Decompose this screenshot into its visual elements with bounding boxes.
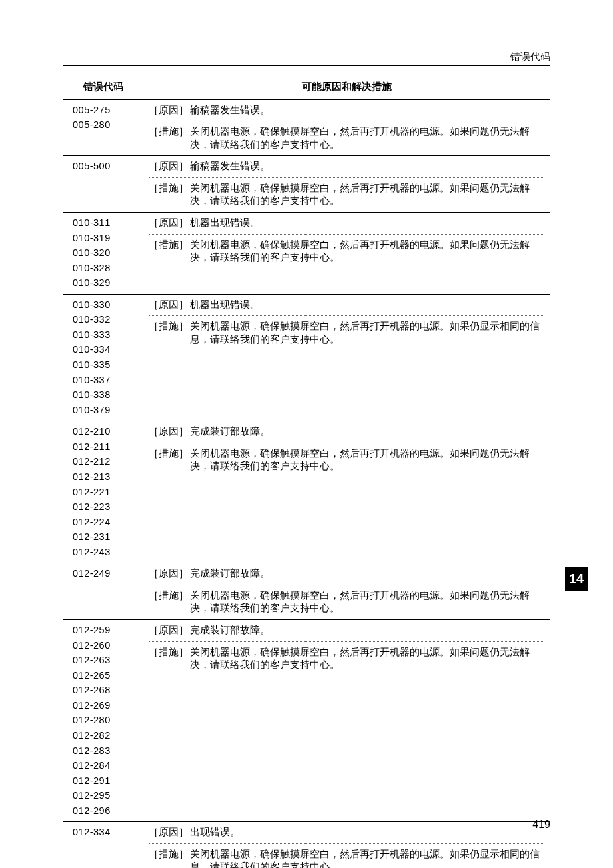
- error-code-value: 012-334: [73, 826, 143, 839]
- table-row: 012-334［原因］出现错误。［措施］关闭机器电源，确保触摸屏空白，然后再打开…: [63, 822, 550, 868]
- error-code-value: 012-295: [73, 789, 143, 803]
- error-code-value: 012-243: [73, 546, 143, 559]
- cause-action-cell: ［原因］机器出现错误。［措施］关闭机器电源，确保触摸屏空白，然后再打开机器的电源…: [143, 294, 550, 421]
- entry-divider: [149, 234, 543, 235]
- cause-entry: ［原因］输稿器发生错误。: [149, 104, 543, 117]
- action-label: ［措施］: [149, 646, 190, 672]
- entry-divider: [149, 121, 543, 121]
- error-code-cell: 010-311010-319010-320010-328010-329: [63, 212, 143, 294]
- action-text: 关闭机器电源，确保触摸屏空白，然后再打开机器的电源。如果问题仍无法解决，请联络我…: [190, 589, 543, 615]
- error-code-value: 010-319: [73, 232, 143, 245]
- action-text: 关闭机器电源，确保触摸屏空白，然后再打开机器的电源。如果仍显示相同的信息，请联络…: [190, 320, 543, 346]
- table-row: 010-311010-319010-320010-328010-329［原因］机…: [63, 212, 550, 294]
- cause-label: ［原因］: [149, 567, 190, 581]
- action-label: ［措施］: [149, 848, 190, 868]
- action-text: 关闭机器电源，确保触摸屏空白，然后再打开机器的电源。如果仍显示相同的信息，请联络…: [190, 848, 543, 868]
- error-code-value: 005-275: [73, 104, 143, 117]
- error-code-value: 012-268: [73, 684, 143, 697]
- action-entry: ［措施］关闭机器电源，确保触摸屏空白，然后再打开机器的电源。如果问题仍无法解决，…: [149, 447, 543, 473]
- cause-action-cell: ［原因］输稿器发生错误。［措施］关闭机器电源，确保触摸屏空白，然后再打开机器的电…: [143, 156, 550, 213]
- cause-action-cell: ［原因］出现错误。［措施］关闭机器电源，确保触摸屏空白，然后再打开机器的电源。如…: [143, 822, 550, 868]
- th-cause-action: 可能原因和解决措施: [143, 75, 550, 100]
- entry-divider: [149, 443, 543, 443]
- cause-action-cell: ［原因］输稿器发生错误。［措施］关闭机器电源，确保触摸屏空白，然后再打开机器的电…: [143, 99, 550, 156]
- action-entry: ［措施］关闭机器电源，确保触摸屏空白，然后再打开机器的电源。如果问题仍无法解决，…: [149, 182, 543, 208]
- error-code-cell: 012-249: [63, 563, 143, 620]
- error-code-value: 010-330: [73, 299, 143, 312]
- error-code-value: 012-269: [73, 699, 143, 713]
- footer-rule: [63, 813, 550, 813]
- action-entry: ［措施］关闭机器电源，确保触摸屏空白，然后再打开机器的电源。如果问题仍无法解决，…: [149, 646, 543, 672]
- error-code-value: 010-338: [73, 389, 143, 402]
- error-code-table: 错误代码 可能原因和解决措施 005-275005-280［原因］输稿器发生错误…: [63, 75, 550, 868]
- entry-divider: [149, 315, 543, 316]
- error-code-value: 005-280: [73, 119, 143, 132]
- error-code-value: 012-223: [73, 501, 143, 514]
- error-code-cell: 012-334: [63, 822, 143, 868]
- error-code-value: 012-280: [73, 714, 143, 727]
- cause-label: ［原因］: [149, 299, 190, 312]
- cause-action-cell: ［原因］完成装订部故障。［措施］关闭机器电源，确保触摸屏空白，然后再打开机器的电…: [143, 563, 550, 620]
- table-row: 012-259012-260012-263012-265012-268012-2…: [63, 620, 550, 822]
- th-error-code: 错误代码: [63, 75, 143, 100]
- error-code-cell: 010-330010-332010-333010-334010-335010-3…: [63, 294, 143, 421]
- error-code-value: 010-335: [73, 359, 143, 372]
- error-code-value: 012-282: [73, 729, 143, 743]
- cause-label: ［原因］: [149, 624, 190, 637]
- entry-divider: [149, 843, 543, 844]
- action-entry: ［措施］关闭机器电源，确保触摸屏空白，然后再打开机器的电源。如果仍显示相同的信息…: [149, 320, 543, 346]
- error-code-cell: 012-210012-211012-212012-213012-221012-2…: [63, 421, 143, 563]
- error-code-value: 010-328: [73, 262, 143, 275]
- cause-entry: ［原因］机器出现错误。: [149, 299, 543, 312]
- action-entry: ［措施］关闭机器电源，确保触摸屏空白，然后再打开机器的电源。如果仍显示相同的信息…: [149, 848, 543, 868]
- cause-entry: ［原因］机器出现错误。: [149, 217, 543, 230]
- action-text: 关闭机器电源，确保触摸屏空白，然后再打开机器的电源。如果问题仍无法解决，请联络我…: [190, 239, 543, 265]
- cause-label: ［原因］: [149, 217, 190, 230]
- error-code-cell: 005-275005-280: [63, 99, 143, 156]
- cause-text: 输稿器发生错误。: [190, 160, 543, 173]
- cause-text: 机器出现错误。: [190, 299, 543, 312]
- cause-entry: ［原因］完成装订部故障。: [149, 624, 543, 637]
- action-label: ［措施］: [149, 182, 190, 208]
- error-code-value: 012-212: [73, 455, 143, 469]
- table-row: 005-500［原因］输稿器发生错误。［措施］关闭机器电源，确保触摸屏空白，然后…: [63, 156, 550, 213]
- section-tab-number: 14: [565, 567, 588, 591]
- error-code-value: 012-231: [73, 531, 143, 544]
- cause-entry: ［原因］出现错误。: [149, 826, 543, 839]
- error-code-value: 010-332: [73, 313, 143, 327]
- error-code-cell: 005-500: [63, 156, 143, 213]
- error-code-value: 010-334: [73, 343, 143, 357]
- action-entry: ［措施］关闭机器电源，确保触摸屏空白，然后再打开机器的电源。如果问题仍无法解决，…: [149, 589, 543, 615]
- cause-entry: ［原因］输稿器发生错误。: [149, 160, 543, 173]
- header-rule: [63, 65, 550, 66]
- error-code-value: 012-210: [73, 425, 143, 439]
- table-row: 012-249［原因］完成装订部故障。［措施］关闭机器电源，确保触摸屏空白，然后…: [63, 563, 550, 620]
- error-code-value: 010-337: [73, 374, 143, 387]
- error-code-value: 012-260: [73, 639, 143, 653]
- error-code-cell: 012-259012-260012-263012-265012-268012-2…: [63, 620, 143, 822]
- error-code-value: 012-263: [73, 654, 143, 667]
- error-code-value: 012-259: [73, 624, 143, 637]
- section-tab-label: 故障排除: [570, 559, 584, 564]
- table-row: 010-330010-332010-333010-334010-335010-3…: [63, 294, 550, 421]
- cause-label: ［原因］: [149, 425, 190, 439]
- error-code-value: 012-291: [73, 775, 143, 788]
- error-code-value: 012-265: [73, 669, 143, 683]
- cause-label: ［原因］: [149, 160, 190, 173]
- table-row: 012-210012-211012-212012-213012-221012-2…: [63, 421, 550, 563]
- cause-entry: ［原因］完成装订部故障。: [149, 567, 543, 581]
- error-code-value: 012-221: [73, 486, 143, 499]
- entry-divider: [149, 641, 543, 642]
- error-code-value: 012-296: [73, 805, 143, 818]
- action-label: ［措施］: [149, 320, 190, 346]
- action-text: 关闭机器电源，确保触摸屏空白，然后再打开机器的电源。如果问题仍无法解决，请联络我…: [190, 182, 543, 208]
- error-code-value: 012-224: [73, 516, 143, 529]
- error-code-value: 012-284: [73, 759, 143, 773]
- section-tab: 故障排除 14: [565, 559, 588, 591]
- error-code-value: 010-311: [73, 217, 143, 230]
- cause-action-cell: ［原因］完成装订部故障。［措施］关闭机器电源，确保触摸屏空白，然后再打开机器的电…: [143, 620, 550, 822]
- table-row: 005-275005-280［原因］输稿器发生错误。［措施］关闭机器电源，确保触…: [63, 99, 550, 156]
- page-number: 419: [532, 819, 550, 831]
- cause-text: 输稿器发生错误。: [190, 104, 543, 117]
- error-code-value: 012-249: [73, 567, 143, 581]
